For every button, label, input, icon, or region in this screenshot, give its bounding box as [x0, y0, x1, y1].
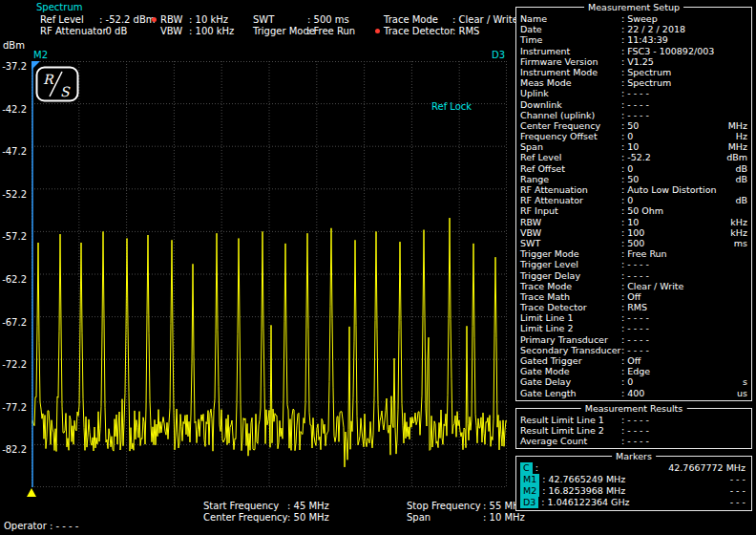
- row-label: SWT: [520, 238, 621, 248]
- y-axis-unit: dBm: [3, 40, 25, 51]
- panel-row-gate-delay: Gate Delay: 0s: [520, 376, 747, 387]
- row-unit: [721, 24, 747, 34]
- marker-colon: :: [542, 485, 545, 497]
- marker-badge-m1[interactable]: M1: [520, 474, 539, 485]
- marker-badge-d3[interactable]: D3: [520, 497, 538, 508]
- row-value: : V1.25: [621, 56, 721, 67]
- row-unit: [721, 88, 747, 98]
- row-unit: [721, 259, 747, 269]
- row-value: : RMS: [621, 302, 721, 312]
- setting-value: : Clear / Write: [452, 14, 518, 26]
- spectrum-plot[interactable]: [32, 61, 507, 487]
- marker-label-m2[interactable]: M2: [33, 50, 48, 60]
- y-axis-label: -37.2: [0, 62, 27, 72]
- setting-ref-level: Ref Level: -52.2 dBm: [40, 14, 156, 26]
- row-unit: [721, 56, 747, 67]
- panel-row-trace-mode: Trace Mode: Clear / Write: [520, 281, 747, 291]
- row-label: Limit Line 1: [520, 312, 621, 323]
- panel-row-swt: SWT: 500ms: [520, 238, 747, 248]
- y-axis-label: -72.2: [0, 360, 27, 370]
- marker-badge-m2[interactable]: M2: [520, 485, 539, 497]
- marker-value: 1.046122364 GHz: [548, 497, 630, 508]
- row-value: : Spectrum: [621, 77, 721, 88]
- row-value: : 10: [621, 217, 721, 227]
- freq-value: : 50 MHz: [287, 512, 329, 524]
- freq-span: Span: 10 MHz: [407, 512, 525, 524]
- setting-value: : 0 dB: [99, 26, 127, 37]
- row-label: Ref Level: [520, 152, 621, 162]
- footer-column-0: Start Frequency: 45 MHzCenter Frequency:…: [203, 501, 329, 524]
- panel-row-gated-trigger: Gated Trigger: Off: [520, 355, 747, 366]
- panel-row-trigger-level: Trigger Level: - - - -: [520, 259, 747, 269]
- row-value: : 50: [621, 174, 721, 184]
- row-label: Span: [520, 141, 621, 152]
- trace-start-marker-icon: [27, 488, 36, 497]
- panel-row-span: Span: 10MHz: [520, 141, 747, 152]
- row-unit: [721, 205, 747, 216]
- settings-header: Ref Level: -52.2 dBmRF Attenuator: 0 dBR…: [0, 14, 512, 39]
- y-axis-label: -47.2: [0, 147, 27, 157]
- row-value: : Sweep: [621, 13, 721, 24]
- row-unit: [721, 436, 747, 446]
- header-column-1: RBW: 10 kHzVBW: 100 kHz: [160, 14, 234, 37]
- setting-label: Ref Level: [40, 14, 99, 26]
- row-unit: [721, 184, 747, 195]
- row-label: RF Attenuator: [520, 195, 621, 205]
- y-axis-labels: -37.2-42.2-47.2-52.2-57.2-62.2-67.2-72.2…: [0, 61, 30, 487]
- row-label: Firmware Version: [520, 56, 621, 67]
- row-unit: dBm: [721, 152, 747, 162]
- row-label: Instrument Mode: [520, 67, 621, 77]
- row-label: Result Limit Line 1: [520, 415, 621, 425]
- tab-spectrum[interactable]: Spectrum: [36, 2, 82, 12]
- setting-value: : -52.2 dBm: [99, 14, 156, 26]
- marker-value: 16.8253968 MHz: [548, 485, 625, 497]
- y-axis-label: -77.2: [0, 403, 27, 413]
- marker-label-d3[interactable]: D3: [492, 50, 505, 60]
- row-value: : 400: [621, 388, 721, 398]
- panel-row-gate-mode: Gate Mode: Edge: [520, 366, 747, 376]
- row-value: : 0: [621, 195, 721, 205]
- row-value: : FSC3 - 100892/003: [621, 46, 721, 56]
- row-unit: dB: [721, 163, 747, 174]
- row-unit: [721, 366, 747, 376]
- row-label: Downlink: [520, 99, 621, 110]
- row-label: RBW: [520, 217, 621, 227]
- setting-label: VBW: [160, 26, 189, 37]
- row-unit: [721, 110, 747, 120]
- row-value: : - - - -: [621, 312, 721, 323]
- row-unit: [721, 248, 747, 259]
- freq-label: Span: [407, 512, 483, 524]
- panel-row-result-limit-line-2: Result Limit Line 2: - - - -: [520, 425, 747, 436]
- panel-row-vbw: VBW: 100kHz: [520, 227, 747, 238]
- row-value: : 0: [621, 163, 721, 174]
- panel-row-rf-attenuation: RF Attenuation: Auto Low Distortion: [520, 184, 747, 195]
- row-label: Average Count: [520, 436, 621, 446]
- panel-row-ref-offset: Ref Offset: 0dB: [520, 163, 747, 174]
- spectrum-analyzer-screen: Spectrum Ref Level: -52.2 dBmRF Attenuat…: [0, 0, 756, 535]
- row-unit: dB: [721, 195, 747, 205]
- row-value: : - - - -: [621, 345, 721, 355]
- panel-row-instrument: Instrument: FSC3 - 100892/003: [520, 46, 747, 56]
- panel-row-center-frequency: Center Frequency: 50MHz: [520, 120, 747, 131]
- panel-row-downlink: Downlink: - - - -: [520, 99, 747, 110]
- row-label: Center Frequency: [520, 120, 621, 131]
- row-value: : - - - -: [621, 88, 721, 98]
- freq-label: Stop Frequency: [407, 501, 483, 512]
- row-unit: [721, 281, 747, 291]
- row-label: Secondary Transducer: [520, 345, 621, 355]
- row-unit: [721, 46, 747, 56]
- marker-badge-c[interactable]: C: [520, 462, 533, 474]
- row-label: Uplink: [520, 88, 621, 98]
- row-value: : Free Run: [621, 248, 721, 259]
- row-label: Meas Mode: [520, 77, 621, 88]
- row-unit: [721, 302, 747, 312]
- panel-row-firmware-version: Firmware Version: V1.25: [520, 56, 747, 67]
- row-value: : -52.2: [621, 152, 721, 162]
- panel-row-range: Range: 50dB: [520, 174, 747, 184]
- row-unit: us: [721, 388, 747, 398]
- setting-rbw: RBW: 10 kHz: [160, 14, 234, 26]
- row-value: : - - - -: [621, 110, 721, 120]
- row-unit: [721, 355, 747, 366]
- marker-colon: :: [541, 497, 544, 508]
- svg-text:R: R: [43, 72, 54, 87]
